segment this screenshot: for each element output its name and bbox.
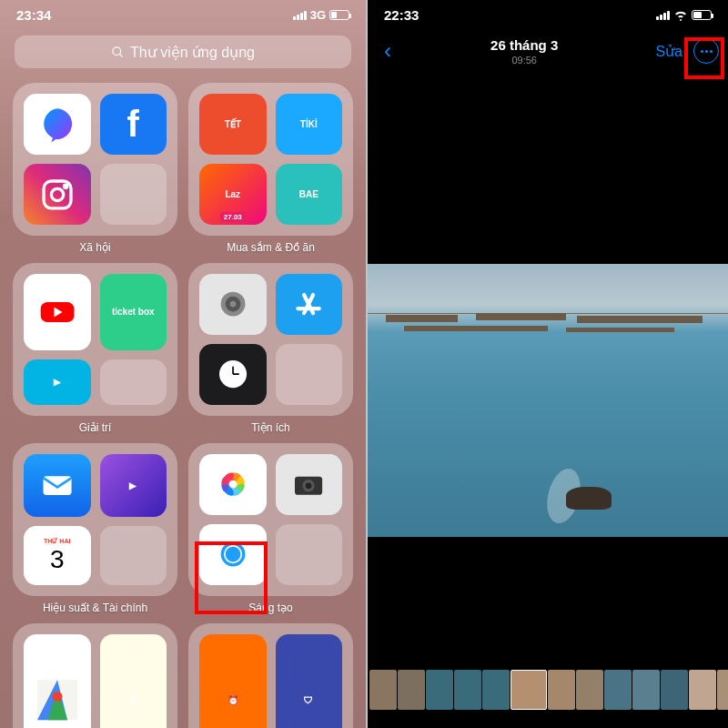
svg-point-28 [52, 692, 62, 702]
app-calendar[interactable]: THỨ HAI3 [24, 526, 91, 585]
thumbnail[interactable] [426, 670, 453, 710]
edit-button[interactable]: Sửa [650, 43, 688, 60]
app-quad-muji[interactable] [276, 524, 343, 585]
search-input[interactable]: Thư viện ứng dụng [15, 35, 351, 68]
svg-point-8 [229, 301, 236, 308]
photos-detail-screen: 22:33 ‹ 26 tháng 3 09:56 Sửa [366, 0, 728, 728]
svg-point-0 [113, 46, 121, 55]
app-facebook[interactable]: f [100, 94, 167, 155]
search-icon [111, 46, 125, 59]
photo-date: 26 tháng 3 [399, 37, 650, 53]
thumbnail[interactable] [661, 670, 688, 710]
thumbnail[interactable] [689, 670, 716, 710]
app-messenger[interactable] [24, 94, 91, 155]
thumbnail[interactable] [398, 670, 425, 710]
app-photos[interactable] [199, 454, 267, 515]
folder-label: Hiệu suất & Tài chính [13, 602, 177, 614]
thumbnail[interactable] [604, 670, 632, 710]
app-alarm[interactable]: ⏰ [199, 634, 267, 728]
status-time: 23:34 [16, 7, 51, 23]
folder-Tiện ích[interactable] [188, 263, 353, 416]
thumbnail[interactable] [632, 670, 660, 710]
svg-point-23 [306, 483, 312, 490]
thumbnail[interactable] [576, 670, 603, 710]
more-button[interactable] [693, 38, 719, 64]
svg-line-1 [119, 54, 122, 56]
app-quad-utils[interactable] [276, 344, 343, 405]
folder-row6[interactable]: ✿ [13, 623, 177, 728]
battery-icon [692, 10, 712, 20]
status-bar-right: 22:33 [368, 0, 728, 26]
app-shopee-tet[interactable]: TẾT [199, 94, 267, 155]
folder-Hiệu suất & Tài chính[interactable]: ▶THỨ HAI3 [13, 443, 177, 596]
photos-header: ‹ 26 tháng 3 09:56 Sửa [368, 26, 728, 76]
thumbnail-strip[interactable] [368, 670, 728, 710]
boat-in-photo [566, 487, 612, 510]
folder-label: Mua sắm & Đồ ăn [188, 241, 353, 254]
folder-Sáng tạo[interactable] [188, 443, 353, 596]
app-maps[interactable] [24, 634, 91, 728]
app-quad-netflix[interactable] [100, 359, 167, 405]
folder-Xã hội[interactable]: f [13, 83, 177, 236]
status-right [656, 10, 712, 21]
folder-label: Giải trí [13, 421, 177, 434]
folder-row7[interactable]: ⏰🛡 [188, 623, 353, 728]
app-settings[interactable] [199, 274, 267, 335]
app-clock[interactable] [199, 344, 267, 405]
svg-rect-12 [43, 476, 71, 495]
battery-icon [329, 10, 349, 20]
folder-label: Xã hội [13, 241, 177, 254]
back-button[interactable]: ‹ [377, 38, 399, 64]
app-security[interactable]: 🛡 [276, 634, 343, 728]
app-flower[interactable]: ✿ [100, 634, 167, 728]
folder-Giải trí[interactable]: ticket box▶ [13, 263, 177, 416]
signal-icon [656, 11, 670, 20]
app-appstore[interactable] [276, 274, 343, 335]
status-bar-left: 23:34 3G [0, 0, 366, 26]
signal-icon [293, 11, 307, 20]
status-time: 22:33 [384, 7, 419, 23]
app-tiki[interactable]: TİKİ [276, 94, 343, 155]
status-right: 3G [293, 8, 349, 22]
app-quad-fin[interactable] [100, 526, 167, 585]
photo-time: 09:56 [399, 55, 650, 66]
wifi-icon [673, 10, 688, 21]
network-label: 3G [310, 8, 326, 22]
app-baemin[interactable]: BAE [276, 164, 343, 225]
app-instagram[interactable] [24, 164, 91, 225]
svg-point-4 [64, 185, 66, 187]
app-mail[interactable] [24, 454, 91, 517]
app-quad-zalo[interactable] [100, 164, 167, 225]
app-ticketbox[interactable]: ticket box [100, 274, 167, 350]
folder-label: Sáng tạo [188, 602, 353, 614]
thumbnail[interactable] [511, 670, 547, 710]
thumbnail[interactable] [369, 670, 397, 710]
app-library-screen: 23:34 3G Thư viện ứng dụng fXã hộiTẾTTİK… [0, 0, 366, 728]
svg-point-26 [225, 547, 240, 562]
photo-viewer[interactable] [368, 264, 728, 537]
app-lazada[interactable]: Laz27.03 [199, 164, 267, 225]
app-safari-like[interactable] [199, 524, 267, 585]
header-title: 26 tháng 3 09:56 [399, 37, 650, 66]
thumbnail[interactable] [454, 670, 481, 710]
thumbnail[interactable] [548, 670, 575, 710]
search-placeholder: Thư viện ứng dụng [130, 44, 255, 61]
svg-point-3 [51, 188, 63, 200]
app-zing[interactable]: ▶ [100, 454, 167, 517]
thumbnail[interactable] [717, 670, 728, 710]
app-camera[interactable] [276, 454, 343, 515]
app-youtube[interactable] [24, 274, 91, 350]
folders-grid: fXã hộiTẾTTİKİLaz27.03BAEMua sắm & Đồ ăn… [0, 83, 366, 728]
folder-label: Tiện ích [188, 421, 353, 434]
app-disney[interactable]: ▶ [24, 359, 91, 405]
thumbnail[interactable] [482, 670, 510, 710]
folder-Mua sắm & Đồ ăn[interactable]: TẾTTİKİLaz27.03BAE [188, 83, 353, 236]
